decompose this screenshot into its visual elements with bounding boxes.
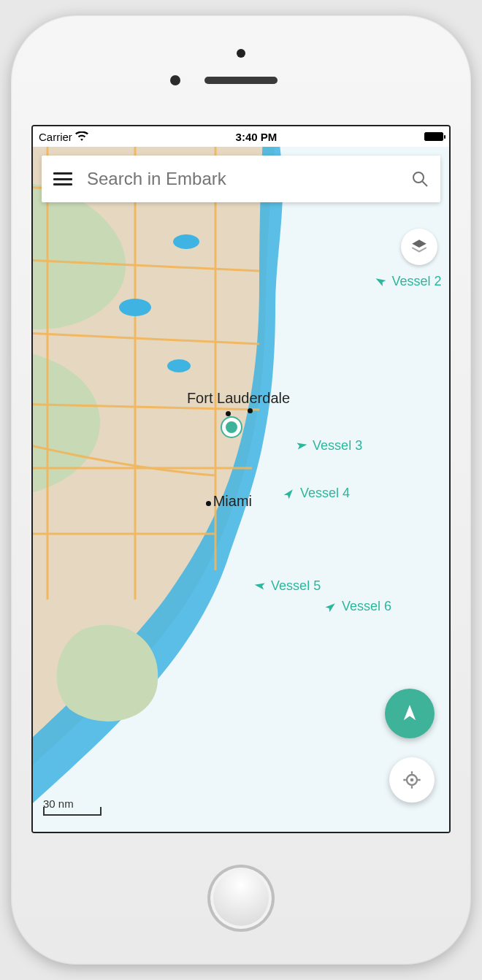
map-scale: 30 nm	[43, 797, 102, 816]
vessel-label: Vessel 4	[300, 486, 350, 501]
search-bar	[42, 156, 440, 202]
battery-icon	[424, 132, 443, 141]
svg-point-7	[410, 778, 414, 782]
svg-point-4	[413, 172, 424, 183]
phone-sensor	[170, 75, 180, 85]
svg-point-2	[119, 299, 151, 316]
city-label-text: Fort Lauderdale	[187, 390, 290, 406]
current-position-marker[interactable]	[222, 418, 241, 437]
menu-icon[interactable]	[53, 172, 72, 185]
city-miami: Miami	[204, 493, 252, 510]
vessel-label: Vessel 2	[391, 274, 441, 289]
navigate-fab[interactable]	[385, 689, 435, 738]
vessel-heading-icon	[294, 438, 310, 453]
carrier-label: Carrier	[39, 131, 72, 143]
search-icon[interactable]	[411, 170, 429, 188]
vessel-marker[interactable]: Vessel 4	[283, 486, 350, 501]
vessel-marker[interactable]: Vessel 3	[295, 438, 362, 453]
crosshair-icon	[402, 770, 422, 790]
vessel-heading-icon	[372, 272, 390, 291]
phone-camera	[237, 49, 245, 58]
vessel-label: Vessel 3	[313, 438, 362, 453]
vessel-label: Vessel 6	[342, 599, 391, 614]
vessel-marker[interactable]: Vessel 6	[324, 599, 391, 614]
city-label-text: Miami	[213, 493, 252, 509]
svg-line-5	[423, 182, 428, 187]
screen: Carrier 3:40 PM	[31, 125, 451, 833]
layers-button[interactable]	[401, 229, 437, 265]
svg-point-3	[167, 359, 191, 372]
home-button[interactable]	[207, 865, 275, 932]
status-bar: Carrier 3:40 PM	[33, 126, 449, 147]
phone-speaker	[204, 77, 278, 84]
vessel-marker[interactable]: Vessel 2	[374, 274, 441, 289]
search-input[interactable]	[87, 169, 397, 189]
svg-point-1	[173, 234, 199, 249]
coastline	[33, 147, 449, 832]
clock: 3:40 PM	[236, 131, 278, 143]
vessel-label: Vessel 5	[271, 578, 321, 594]
city-fort-lauderdale: Fort Lauderdale	[187, 390, 290, 414]
vessel-marker[interactable]: Vessel 5	[253, 578, 321, 594]
wifi-icon	[75, 131, 88, 142]
navigate-icon	[399, 703, 420, 724]
vessel-heading-icon	[280, 484, 298, 502]
layers-icon	[410, 237, 429, 256]
vessel-heading-icon	[253, 578, 268, 594]
map-app: Fort Lauderdale Miami Vessel 2Vessel 3Ve…	[33, 147, 449, 832]
locate-me-button[interactable]	[389, 757, 435, 803]
scale-label: 30 nm	[43, 797, 74, 810]
phone-frame: Carrier 3:40 PM	[11, 15, 471, 965]
vessel-heading-icon	[321, 597, 340, 616]
map-canvas[interactable]: Fort Lauderdale Miami Vessel 2Vessel 3Ve…	[33, 147, 449, 832]
